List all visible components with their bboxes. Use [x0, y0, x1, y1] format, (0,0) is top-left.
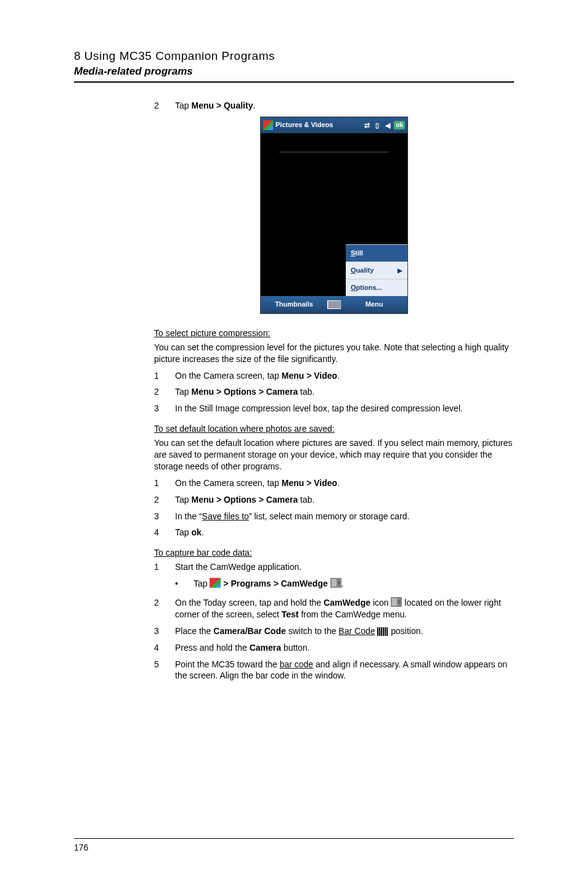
- camera-viewport: Still Quality ▶ Options...: [261, 133, 407, 296]
- step-row: 2 Tap Menu > Quality.: [154, 100, 514, 112]
- bullet-row: • Tap > Programs > CamWedge .: [175, 578, 514, 590]
- menu-label: Q: [351, 266, 356, 274]
- step-text: Tap Menu > Quality.: [175, 100, 514, 112]
- menu-button[interactable]: Menu: [341, 300, 407, 309]
- barcode-icon: [377, 627, 388, 636]
- text: Point the MC35 toward the: [175, 659, 280, 669]
- text: Tap: [175, 101, 191, 110]
- app-title: Pictures & Videos: [276, 120, 362, 130]
- step-row: 1 On the Camera screen, tap Menu > Video…: [154, 370, 514, 382]
- step-row: 4 Tap ok.: [154, 527, 514, 538]
- step-number: 2: [154, 100, 175, 112]
- step-row: 2 Tap Menu > Options > Camera tab.: [154, 386, 514, 398]
- text: .: [253, 101, 255, 110]
- menu-item-options[interactable]: Options...: [346, 279, 407, 296]
- step-text: On the Camera screen, tap Menu > Video.: [175, 370, 514, 382]
- text: Tap: [194, 579, 210, 588]
- step-number: 2: [154, 494, 175, 506]
- step-number: 1: [154, 477, 175, 489]
- bold-text: Camera/Bar Code: [213, 626, 286, 636]
- text: switch to the: [286, 626, 339, 636]
- section-title: Media-related programs: [74, 65, 514, 78]
- step-row: 4 Press and hold the Camera button.: [154, 642, 514, 654]
- step-row: 3 In the “Save files to” list, select ma…: [154, 511, 514, 522]
- page-number: 176: [74, 838, 514, 852]
- menu-item-still[interactable]: Still: [346, 244, 407, 262]
- text: ” list, select main memory or storage ca…: [249, 511, 410, 521]
- connectivity-icon: ⇄: [362, 121, 371, 130]
- text: .: [337, 478, 340, 488]
- step-text: Place the Camera/Bar Code switch to the …: [175, 625, 514, 637]
- step-text: Point the MC35 toward the bar code and a…: [175, 659, 514, 682]
- text: Place the: [175, 626, 213, 636]
- start-flag-icon: [210, 578, 221, 588]
- bold-text: Menu > Options > Camera: [191, 387, 298, 397]
- text: On the Camera screen, tap: [175, 478, 282, 488]
- bold-text: Menu > Options > Camera: [191, 495, 298, 505]
- step-number: 1: [154, 370, 175, 382]
- text: On the Camera screen, tap: [175, 371, 282, 381]
- step-number: 3: [154, 625, 175, 637]
- chapter-title: 8 Using MC35 Companion Programs: [74, 49, 514, 63]
- step-text: Press and hold the Camera button.: [175, 642, 514, 654]
- section-heading: To capture bar code data:: [154, 547, 514, 559]
- bold-text: Menu > Video: [282, 371, 337, 381]
- bold-text: ok: [191, 527, 201, 537]
- menu-label: O: [351, 284, 356, 291]
- step-text: In the Still Image compression level box…: [175, 403, 514, 414]
- step-number: 2: [154, 386, 175, 398]
- step-number: 3: [154, 511, 175, 522]
- ok-button[interactable]: ok: [394, 121, 405, 130]
- volume-icon: ◀: [383, 121, 392, 130]
- step-number: 1: [154, 561, 175, 573]
- step-text: Start the CamWedge application.: [175, 561, 514, 573]
- bottom-bar: Thumbnails Menu: [261, 296, 407, 313]
- step-text: Tap ok.: [175, 527, 514, 538]
- placeholder-line: [279, 152, 389, 152]
- text: In the “: [175, 511, 202, 521]
- step-row: 1 On the Camera screen, tap Menu > Video…: [154, 477, 514, 489]
- bold-text: > Programs > CamWedge: [221, 579, 330, 588]
- paragraph: You can set the compression level for th…: [154, 342, 514, 365]
- menu-item-quality[interactable]: Quality ▶: [346, 262, 407, 279]
- paragraph: You can set the default location where p…: [154, 437, 514, 472]
- submenu-arrow-icon: ▶: [398, 266, 402, 275]
- text: from the CamWedge menu.: [299, 609, 407, 619]
- bold-text: Menu > Video: [282, 478, 337, 488]
- bold-text: Camera: [250, 643, 281, 653]
- step-number: 4: [154, 527, 175, 538]
- windows-flag-icon: [263, 120, 273, 130]
- text: .: [202, 527, 204, 537]
- text: icon: [370, 598, 391, 608]
- text: On the Today screen, tap and hold the: [175, 598, 324, 608]
- step-text: Tap Menu > Options > Camera tab.: [175, 494, 514, 506]
- signal-icon: ▯: [373, 121, 382, 130]
- step-number: 5: [154, 659, 175, 682]
- text: button.: [281, 643, 310, 653]
- step-text: In the “Save files to” list, select main…: [175, 511, 514, 522]
- bullet-text: Tap > Programs > CamWedge .: [194, 578, 514, 590]
- keyboard-icon[interactable]: [327, 300, 341, 309]
- screenshot-container: Pictures & Videos ⇄ ▯ ◀ ok Still: [154, 117, 514, 314]
- section-heading: To select picture compression:: [154, 328, 514, 339]
- underline-text: Bar Code: [338, 626, 375, 636]
- step-number: 2: [154, 597, 175, 620]
- step-row: 3 Place the Camera/Bar Code switch to th…: [154, 625, 514, 637]
- text: tab.: [298, 387, 314, 397]
- step-number: 4: [154, 642, 175, 654]
- text: position.: [388, 626, 423, 636]
- divider: [74, 81, 514, 83]
- step-text: Tap Menu > Options > Camera tab.: [175, 386, 514, 398]
- step-row: 1 Start the CamWedge application.: [154, 561, 514, 573]
- camwedge-icon: [330, 578, 341, 588]
- camwedge-icon: [391, 597, 402, 607]
- step-number: 3: [154, 403, 175, 414]
- text: Tap: [175, 527, 191, 537]
- underline-text: Save files to: [202, 511, 249, 521]
- step-row: 5 Point the MC35 toward the bar code and…: [154, 659, 514, 682]
- text: Tap: [175, 495, 191, 505]
- context-menu: Still Quality ▶ Options...: [346, 244, 407, 296]
- section-heading: To set default location where photos are…: [154, 423, 514, 435]
- thumbnails-button[interactable]: Thumbnails: [261, 300, 327, 309]
- text: Tap: [175, 387, 191, 397]
